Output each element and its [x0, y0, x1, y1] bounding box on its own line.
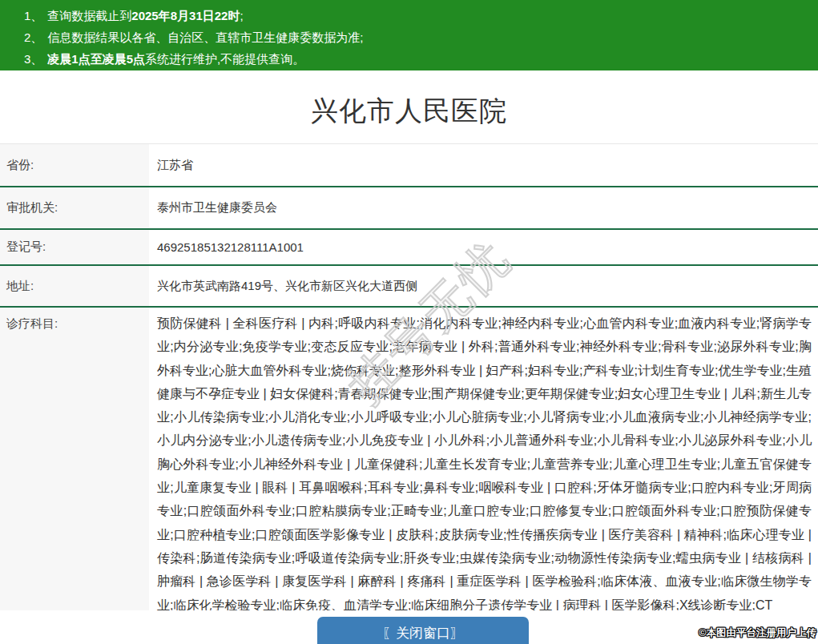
- row-label: 省份:: [0, 144, 149, 186]
- page: 1、查询数据截止到2025年8月31日22时;2、信息数据结果以各省、自治区、直…: [0, 0, 818, 644]
- notice-number: 1、: [24, 9, 42, 22]
- row-value: 兴化市英武南路419号、兴化市新区兴化大道西侧: [149, 266, 818, 306]
- row-value: 预防保健科 | 全科医疗科 | 内科;呼吸内科专业;消化内科专业;神经内科专业;…: [149, 308, 818, 644]
- upload-credit: ©本图由平台注册用户上传: [699, 626, 816, 640]
- bottom-bar: 〖关闭窗口〗 ©本图由平台注册用户上传: [0, 610, 818, 644]
- row-label: 地址:: [0, 266, 149, 306]
- row-value: 泰州市卫生健康委员会: [149, 187, 818, 228]
- row-value: 46925185132128111A1001: [149, 230, 818, 264]
- notice-text: 查询数据截止到: [47, 9, 131, 22]
- notice-text: ;: [240, 9, 243, 22]
- row-label: 审批机关:: [0, 187, 149, 228]
- notice-text: 系统进行维护,不能提供查询。: [145, 52, 304, 66]
- info-table: 省份:江苏省审批机关:泰州市卫生健康委员会登记号:469251851321281…: [0, 143, 818, 644]
- notice-line: 2、信息数据结果以各省、自治区、直辖市卫生健康委数据为准;: [24, 26, 818, 48]
- table-row: 地址:兴化市英武南路419号、兴化市新区兴化大道西侧: [0, 264, 818, 306]
- table-row: 登记号:46925185132128111A1001: [0, 228, 818, 264]
- notice-line: 1、查询数据截止到2025年8月31日22时;: [24, 5, 818, 26]
- notice-list: 1、查询数据截止到2025年8月31日22时;2、信息数据结果以各省、自治区、直…: [24, 5, 818, 70]
- row-label: 诊疗科目:: [0, 308, 149, 644]
- notice-line: 3、凌晨1点至凌晨5点系统进行维护,不能提供查询。: [24, 48, 818, 70]
- table-row: 省份:江苏省: [0, 144, 818, 186]
- notice-number: 3、: [24, 52, 42, 66]
- close-window-button[interactable]: 〖关闭窗口〗: [317, 617, 529, 644]
- table-row: 审批机关:泰州市卫生健康委员会: [0, 186, 818, 228]
- table-row: 诊疗科目:预防保健科 | 全科医疗科 | 内科;呼吸内科专业;消化内科专业;神经…: [0, 306, 818, 644]
- notice-bold-text: 2025年8月31日22时: [131, 9, 240, 22]
- notice-number: 2、: [24, 30, 42, 44]
- notice-banner: 1、查询数据截止到2025年8月31日22时;2、信息数据结果以各省、自治区、直…: [0, 0, 818, 70]
- row-value: 江苏省: [149, 144, 818, 186]
- row-label: 登记号:: [0, 230, 149, 264]
- notice-bold-text: 凌晨1点至凌晨5点: [47, 52, 145, 66]
- page-title: 兴化市人民医院: [0, 87, 818, 135]
- notice-text: 信息数据结果以各省、自治区、直辖市卫生健康委数据为准;: [47, 30, 363, 44]
